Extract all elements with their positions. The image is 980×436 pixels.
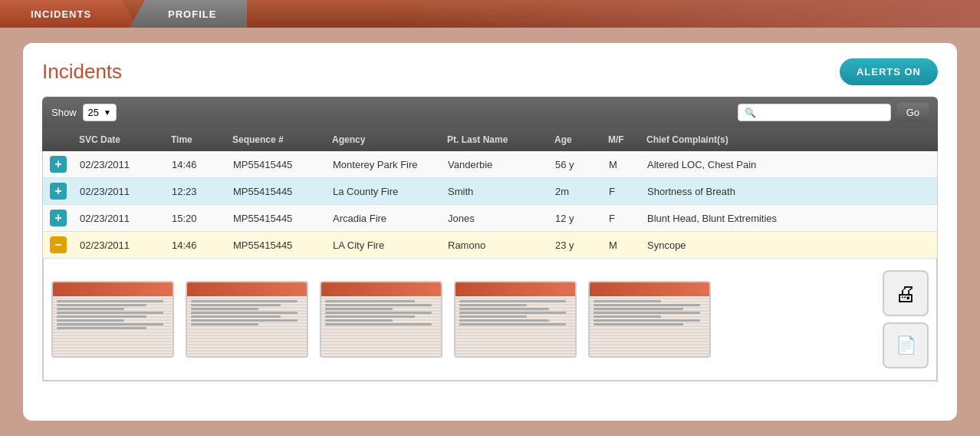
- td-complaint-3: Blunt Head, Blunt Extremities: [641, 213, 937, 224]
- col-header-expand: [42, 134, 73, 145]
- td-sequence-1: MP55415445: [227, 159, 327, 170]
- search-input[interactable]: [761, 107, 883, 118]
- col-header-agency: Agency: [326, 134, 441, 145]
- docs-row: 🖨 📄: [43, 259, 937, 381]
- td-mf-1: M: [603, 159, 641, 170]
- go-button[interactable]: Go: [897, 103, 929, 122]
- card: Incidents ALERTS ON Show 25 ▼ 🔍 Go SVC D…: [23, 43, 957, 421]
- nav-tab-profile-label: PROFILE: [168, 8, 216, 20]
- controls-row: Show 25 ▼ 🔍 Go: [42, 97, 938, 128]
- expand-button-3[interactable]: +: [50, 210, 67, 226]
- td-time-3: 15:20: [166, 213, 227, 224]
- td-time-4: 14:46: [166, 239, 227, 251]
- table-row-highlighted: − 02/23/2011 14:46 MP55415445 LA City Fi…: [43, 232, 937, 259]
- doc-thumbnail-4[interactable]: [454, 281, 577, 358]
- td-age-3: 12 y: [549, 213, 603, 224]
- doc-thumbnail-5[interactable]: [588, 281, 711, 358]
- main-content: Incidents ALERTS ON Show 25 ▼ 🔍 Go SVC D…: [0, 28, 980, 436]
- doc-thumbnail-2[interactable]: [186, 281, 308, 358]
- show-label: Show: [51, 107, 77, 118]
- search-box: 🔍: [738, 104, 891, 121]
- nav-divider: [392, 0, 980, 28]
- show-value: 25: [88, 107, 99, 118]
- td-lastname-2: Smith: [442, 186, 549, 197]
- dropdown-icon: ▼: [104, 108, 111, 117]
- td-lastname-4: Ramono: [442, 239, 549, 251]
- collapse-button-4[interactable]: −: [50, 236, 67, 253]
- table-container: + 02/23/2011 14:46 MP55415445 Monterey P…: [42, 151, 938, 382]
- td-expand-4: −: [43, 236, 74, 253]
- printer-group: 🖨 📄: [883, 270, 929, 368]
- nav-tab-incidents[interactable]: INCIDENTS: [0, 0, 137, 28]
- printer-icon: 🖨: [895, 281, 916, 306]
- top-nav: INCIDENTS PROFILE: [0, 0, 980, 28]
- td-mf-3: F: [603, 213, 641, 224]
- doc-thumbnail-1[interactable]: [51, 281, 174, 358]
- search-icon: 🔍: [745, 107, 756, 118]
- table-row: + 02/23/2011 12:23 MP55415445 La County …: [43, 178, 937, 205]
- td-complaint-1: Altered LOC, Chest Pain: [641, 159, 937, 170]
- td-complaint-4: Syncope: [641, 239, 937, 251]
- td-lastname-3: Jones: [442, 213, 549, 224]
- printer2-icon: 📄: [896, 335, 916, 355]
- td-lastname-1: Vanderbie: [442, 159, 549, 170]
- td-mf-4: M: [603, 239, 641, 251]
- print-button-2[interactable]: 📄: [883, 322, 929, 368]
- td-age-1: 56 y: [549, 159, 603, 170]
- table-row: + 02/23/2011 14:46 MP55415445 Monterey P…: [43, 151, 937, 178]
- nav-tab-profile[interactable]: PROFILE: [130, 0, 247, 28]
- td-sequence-4: MP55415445: [227, 239, 327, 251]
- table-row: + 02/23/2011 15:20 MP55415445 Arcadia Fi…: [43, 205, 937, 232]
- td-agency-2: La County Fire: [327, 186, 442, 197]
- card-header: Incidents ALERTS ON: [42, 58, 938, 85]
- td-agency-3: Arcadia Fire: [327, 213, 442, 224]
- page-title: Incidents: [42, 60, 122, 84]
- col-header-mf: M/F: [602, 134, 640, 145]
- td-expand-2: +: [43, 183, 74, 200]
- td-agency-4: LA City Fire: [327, 239, 442, 251]
- col-header-time: Time: [165, 134, 226, 145]
- td-sequence-2: MP55415445: [227, 186, 327, 197]
- col-header-lastname: Pt. Last Name: [441, 134, 548, 145]
- td-expand-1: +: [43, 156, 74, 173]
- show-select[interactable]: 25 ▼: [83, 104, 117, 121]
- expand-button-2[interactable]: +: [50, 183, 67, 200]
- alerts-button[interactable]: ALERTS ON: [840, 58, 938, 85]
- td-sequence-3: MP55415445: [227, 213, 327, 224]
- doc-thumbnail-3[interactable]: [320, 281, 442, 358]
- td-time-1: 14:46: [166, 159, 227, 170]
- col-header-complaint: Chief Complaint(s): [640, 134, 938, 145]
- nav-tab-incidents-label: INCIDENTS: [31, 8, 91, 20]
- td-age-4: 23 y: [549, 239, 603, 251]
- print-button[interactable]: 🖨: [883, 270, 929, 316]
- td-expand-3: +: [43, 210, 74, 226]
- td-svcdate-2: 02/23/2011: [74, 186, 166, 197]
- col-header-svcdate: SVC Date: [73, 134, 165, 145]
- col-header-age: Age: [548, 134, 602, 145]
- col-header-sequence: Sequence #: [226, 134, 326, 145]
- td-complaint-2: Shortness of Breath: [641, 186, 937, 197]
- expand-button-1[interactable]: +: [50, 156, 67, 173]
- td-age-2: 2m: [549, 186, 603, 197]
- td-agency-1: Monterey Park Fire: [327, 159, 442, 170]
- table-header: SVC Date Time Sequence # Agency Pt. Last…: [42, 128, 938, 151]
- td-time-2: 12:23: [166, 186, 227, 197]
- td-mf-2: F: [603, 186, 641, 197]
- td-svcdate-4: 02/23/2011: [74, 239, 166, 251]
- td-svcdate-3: 02/23/2011: [74, 213, 166, 224]
- td-svcdate-1: 02/23/2011: [74, 159, 166, 170]
